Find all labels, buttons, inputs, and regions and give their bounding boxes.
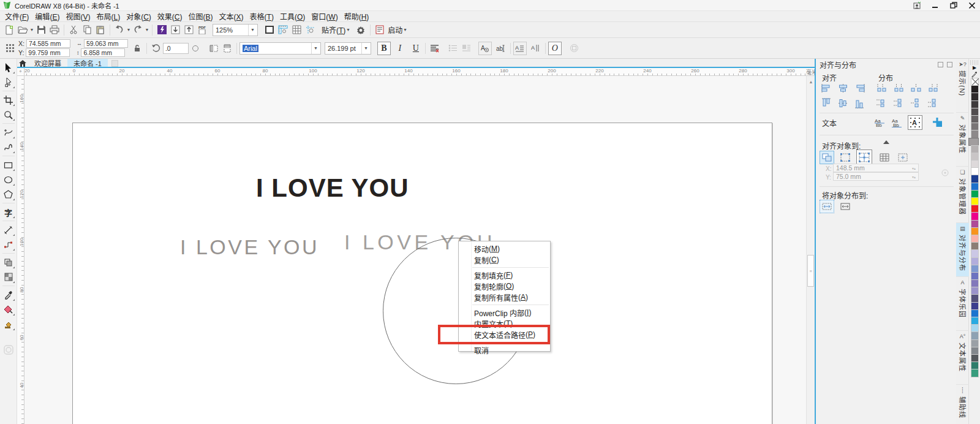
align-bottom-icon[interactable] (853, 97, 866, 109)
text-tool[interactable]: 字 (1, 205, 16, 219)
dimension-tool[interactable] (1, 222, 16, 237)
scrollbar-thumb[interactable]: ≡ (807, 255, 814, 287)
tab-text-properties[interactable]: A°文本属性 (956, 331, 969, 385)
menu-item[interactable]: 工具(O) (280, 11, 305, 21)
align-baseline-last-icon[interactable]: AaBb (891, 116, 904, 129)
context-menu-item[interactable]: 复制所有属性(A) (459, 292, 550, 305)
rotate-angle-field[interactable]: .0 (163, 43, 189, 54)
mirror-horizontal-icon[interactable] (207, 42, 221, 55)
vertical-text-icon[interactable]: A (529, 42, 543, 55)
docker-close-icon[interactable] (947, 62, 952, 67)
no-color-swatch[interactable] (971, 78, 979, 86)
align-top-icon[interactable] (820, 97, 833, 109)
show-grid-icon[interactable] (290, 23, 303, 37)
tab-welcome-screen[interactable]: 欢迎屏幕 (28, 59, 67, 67)
text-plus-icon[interactable] (931, 116, 944, 129)
copy-icon[interactable] (80, 23, 94, 37)
tab-object-properties[interactable]: ✎对象属性 (956, 113, 969, 167)
outline-button[interactable]: O (548, 42, 562, 55)
import-icon[interactable] (168, 23, 182, 37)
vertical-scrollbar[interactable]: ▲ ≡ (806, 76, 815, 424)
lock-ratio-icon[interactable] (130, 42, 144, 55)
minimize-button[interactable] (931, 1, 940, 10)
scroll-up-arrow[interactable]: ▲ (807, 78, 815, 85)
align-to-specified-point-icon[interactable] (895, 151, 910, 164)
font-family-combo[interactable]: Arial▼ (239, 42, 321, 55)
redo-dropdown-caret[interactable]: ▼ (145, 23, 149, 37)
menu-item[interactable]: 编辑(E) (35, 11, 59, 21)
align-center-v-icon[interactable] (836, 97, 850, 109)
ruler-origin[interactable]: ⌖ (17, 68, 24, 76)
x-position-field[interactable]: 74.585 mm (26, 39, 70, 48)
bulleted-list-icon[interactable] (447, 42, 460, 55)
font-size-combo[interactable]: 26.199 pt▼ (325, 42, 371, 55)
underline-button[interactable]: U (409, 42, 423, 55)
drop-shadow-tool[interactable] (1, 255, 16, 270)
freehand-tool[interactable] (1, 125, 16, 140)
ellipse-tool[interactable] (1, 172, 16, 187)
cut-icon[interactable] (67, 23, 80, 37)
bold-button[interactable]: B (377, 42, 391, 55)
vertical-ruler[interactable]: 160140120100806040 (17, 76, 24, 424)
italic-button[interactable]: I (393, 42, 407, 55)
distribute-spacing-v-icon[interactable] (909, 97, 922, 109)
align-right-icon[interactable] (853, 82, 866, 94)
menu-item[interactable]: 文件(F) (5, 11, 29, 21)
menu-item[interactable]: 位图(B) (189, 11, 213, 21)
color-swatch[interactable] (971, 369, 979, 377)
text-object-gray-left[interactable]: I LOVE YOU (180, 237, 319, 257)
redo-icon[interactable] (131, 23, 145, 37)
horizontal-ruler[interactable]: -200204060801001201401601802002202402602… (24, 68, 815, 76)
tab-object-manager[interactable]: ❏对象管理器 (956, 167, 969, 223)
tab-guidelines[interactable]: ┊辅助线 (956, 385, 969, 424)
smart-fill-tool[interactable] (1, 317, 16, 331)
distribute-spacing-h-icon[interactable] (909, 82, 922, 94)
drawing-canvas[interactable]: I LOVE YOU I LOVE YOU I LOVE YOU (24, 76, 806, 424)
export-icon[interactable] (182, 23, 195, 37)
zoom-level-combo[interactable]: 125%▼ (213, 24, 258, 36)
print-icon[interactable] (48, 23, 61, 37)
undo-icon[interactable] (113, 23, 126, 37)
align-to-page-edge-icon[interactable] (838, 151, 853, 164)
horizontal-text-icon[interactable]: A (513, 42, 527, 55)
new-document-icon[interactable] (2, 23, 16, 37)
mirror-vertical-icon[interactable] (221, 42, 234, 55)
align-bounding-box-icon[interactable]: A (908, 115, 922, 130)
show-guidelines-icon[interactable] (303, 23, 317, 37)
align-to-grid-icon[interactable] (877, 151, 892, 164)
interactive-frame-icon[interactable] (568, 42, 581, 55)
align-to-active-objects-icon[interactable] (820, 151, 834, 164)
shape-tool[interactable] (1, 75, 16, 89)
palette-drag-handle[interactable] (970, 60, 979, 65)
palette-flyout-arrow[interactable]: ▶ (973, 65, 976, 71)
launcher-dropdown-caret[interactable]: ▼ (402, 23, 407, 37)
distribute-right-icon[interactable] (926, 82, 940, 94)
align-baseline-first-icon[interactable]: AaBb (873, 116, 887, 129)
polygon-tool[interactable] (1, 187, 16, 202)
edit-text-icon[interactable]: ab (494, 42, 508, 55)
docker-undock-icon[interactable] (938, 62, 943, 67)
application-launcher-icon[interactable] (373, 23, 386, 37)
undo-dropdown-caret[interactable]: ▼ (126, 23, 131, 37)
new-tab-button[interactable] (111, 60, 118, 67)
text-object-black[interactable]: I LOVE YOU (256, 175, 409, 201)
character-formatting-icon[interactable]: A (478, 42, 492, 55)
paste-icon[interactable] (94, 23, 107, 37)
distribute-center-h-icon[interactable] (892, 82, 905, 94)
tab-align-distribute[interactable]: ▤对齐与分布 (956, 223, 969, 277)
context-menu-item[interactable]: 取消 (459, 344, 550, 355)
menu-item[interactable]: 表格(T) (250, 11, 274, 21)
object-height-field[interactable]: 6.858 mm (81, 48, 125, 57)
open-dropdown-caret[interactable]: ▼ (29, 23, 34, 37)
menu-item[interactable]: 视图(V) (66, 11, 90, 21)
distribute-bottom-icon[interactable] (926, 97, 940, 109)
snap-dropdown-caret[interactable]: ▼ (345, 23, 350, 37)
menu-item[interactable]: 窗口(W) (311, 11, 337, 21)
show-rulers-icon[interactable] (276, 23, 290, 37)
context-menu-item[interactable]: 复制轮廓(O) (459, 281, 550, 292)
save-icon[interactable] (34, 23, 48, 37)
crop-tool[interactable] (1, 93, 16, 107)
zoom-tool[interactable] (1, 107, 16, 122)
account-icon[interactable] (913, 1, 921, 10)
context-menu-item[interactable]: 复制填充(F) (459, 270, 550, 281)
